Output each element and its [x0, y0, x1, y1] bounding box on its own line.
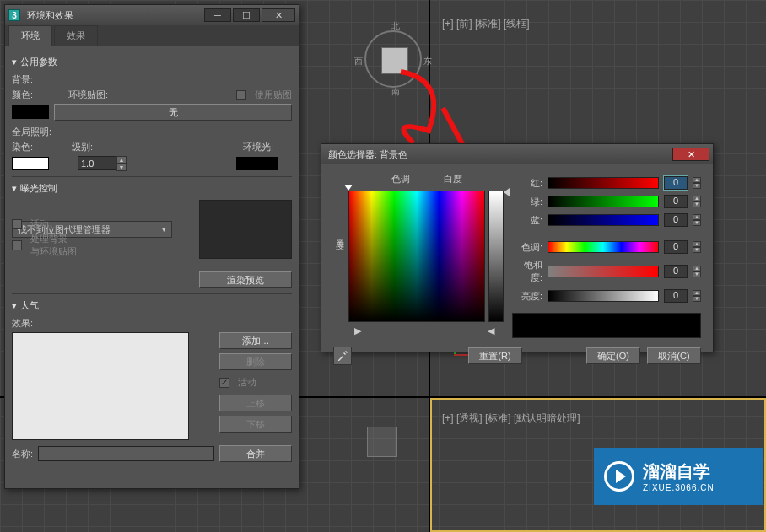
hue-slider[interactable] — [548, 241, 659, 253]
whiteness-label: 白度 — [444, 173, 462, 185]
level-label: 级别: — [72, 141, 93, 153]
level-spinner[interactable]: ▲▼ — [78, 156, 127, 171]
environment-window: 3 环境和效果 ─ ☐ ✕ 环境 效果 ▾公用参数 背景: 颜色: 环境贴图: … — [4, 4, 299, 489]
tab-effects[interactable]: 效果 — [54, 25, 98, 46]
compass-w: 西 — [354, 56, 363, 67]
movedown-button[interactable]: 下移 — [219, 416, 292, 433]
current-color-swatch[interactable] — [512, 313, 701, 338]
viewport-bottom-label[interactable]: [+] [透视] [标准] [默认明暗处理] — [442, 411, 580, 426]
val-slider[interactable] — [548, 290, 659, 302]
render-preview-button[interactable]: 渲染预览 — [199, 271, 292, 288]
val-label: 亮度: — [512, 290, 542, 303]
tab-environment[interactable]: 环境 — [8, 25, 52, 46]
viewcube-face[interactable] — [381, 47, 408, 74]
whiteness-strip[interactable] — [488, 191, 504, 322]
red-label: 红: — [512, 177, 542, 190]
green-value[interactable]: 0 — [664, 195, 688, 208]
background-label: 背景: — [12, 73, 292, 86]
red-value[interactable]: 0 — [664, 176, 688, 190]
hue-sat-field[interactable] — [348, 191, 485, 322]
viewcube-compass[interactable]: 北 南 西 东 — [364, 30, 422, 88]
logo-name: 溜溜自学 — [643, 460, 715, 483]
cp-close-button[interactable]: ✕ — [672, 148, 709, 161]
moveup-button[interactable]: 上移 — [219, 395, 292, 411]
cancel-button[interactable]: 取消(C) — [647, 347, 701, 364]
background-color-swatch[interactable] — [12, 105, 49, 119]
exposure-preview — [199, 200, 292, 259]
ok-button[interactable]: 确定(O) — [586, 347, 640, 364]
viewcube-bottom[interactable] — [367, 427, 397, 457]
cp-title: 颜色选择器: 背景色 — [325, 148, 671, 161]
delete-button[interactable]: 删除 — [219, 353, 292, 370]
envmap-label: 环境贴图: — [68, 89, 108, 101]
fx-label: 效果: — [12, 317, 292, 330]
green-slider[interactable] — [548, 196, 659, 207]
blue-label: 蓝: — [512, 214, 542, 227]
level-input[interactable] — [78, 156, 116, 170]
blue-value[interactable]: 0 — [664, 213, 688, 227]
minimize-button[interactable]: ─ — [204, 8, 231, 22]
active-check[interactable] — [12, 219, 22, 229]
color-label: 颜色: — [12, 89, 33, 101]
global-light-label: 全局照明: — [12, 126, 292, 138]
red-slider[interactable] — [548, 177, 659, 189]
bright-marker-icon — [504, 188, 510, 196]
env-map-button[interactable]: 无 — [54, 104, 292, 121]
eyedropper-icon — [337, 350, 348, 362]
merge-button[interactable]: 合并 — [219, 445, 292, 462]
name-input[interactable] — [38, 446, 214, 461]
name-label: 名称: — [12, 448, 33, 460]
compass-n: 北 — [391, 20, 400, 32]
watermark-logo: 溜溜自学 ZIXUE.3066.CN — [594, 448, 763, 505]
hue-label: 色调 — [391, 173, 410, 185]
use-map-check[interactable] — [236, 90, 246, 100]
val-value[interactable]: 0 — [664, 289, 688, 303]
env-tabs: 环境 效果 — [5, 25, 299, 46]
cp-titlebar[interactable]: 颜色选择器: 背景色 ✕ — [321, 144, 713, 164]
logo-url: ZIXUE.3066.CN — [643, 483, 715, 492]
rollout-common[interactable]: ▾公用参数 — [12, 56, 292, 68]
compass-s: 南 — [391, 86, 400, 98]
rollout-exposure[interactable]: ▾曝光控制 — [12, 182, 292, 195]
close-button[interactable]: ✕ — [262, 8, 295, 22]
sat-slider[interactable] — [548, 266, 659, 277]
viewport-top-label[interactable]: [+] [前] [标准] [线框] — [442, 17, 530, 31]
play-icon — [604, 461, 634, 492]
use-map-label: 使用贴图 — [255, 89, 292, 101]
env-titlebar[interactable]: 3 环境和效果 ─ ☐ ✕ — [5, 5, 299, 25]
env-title: 环境和效果 — [24, 9, 202, 22]
ambient-label: 环境光: — [243, 141, 273, 153]
ambient-swatch[interactable] — [236, 157, 278, 170]
hs-marker-icon — [344, 185, 353, 191]
sat-label: 饱和度: — [512, 259, 542, 284]
green-label: 绿: — [512, 196, 542, 208]
blackness-label: 黑度 — [333, 233, 345, 236]
add-button[interactable]: 添加… — [219, 332, 292, 349]
blue-slider[interactable] — [548, 214, 659, 226]
tint-swatch[interactable] — [12, 157, 49, 170]
eyedropper-button[interactable] — [333, 347, 352, 365]
compass-e: 东 — [423, 56, 432, 67]
rollout-atmosphere[interactable]: ▾大气 — [12, 299, 292, 312]
sat-value[interactable]: 0 — [664, 265, 688, 278]
fx-active-check[interactable] — [219, 378, 229, 388]
tint-label: 染色: — [12, 141, 33, 153]
effects-listbox[interactable] — [12, 332, 189, 440]
maximize-button[interactable]: ☐ — [233, 8, 260, 22]
hue-value[interactable]: 0 — [664, 240, 688, 254]
reset-button[interactable]: 重置(R) — [468, 347, 522, 364]
process-bg-check[interactable] — [12, 240, 22, 250]
app-icon: 3 — [8, 9, 20, 21]
hue-l-label: 色调: — [512, 241, 542, 254]
color-picker-window: 颜色选择器: 背景色 ✕ 色调 白度 黑度 ▶◀ — [321, 143, 714, 352]
